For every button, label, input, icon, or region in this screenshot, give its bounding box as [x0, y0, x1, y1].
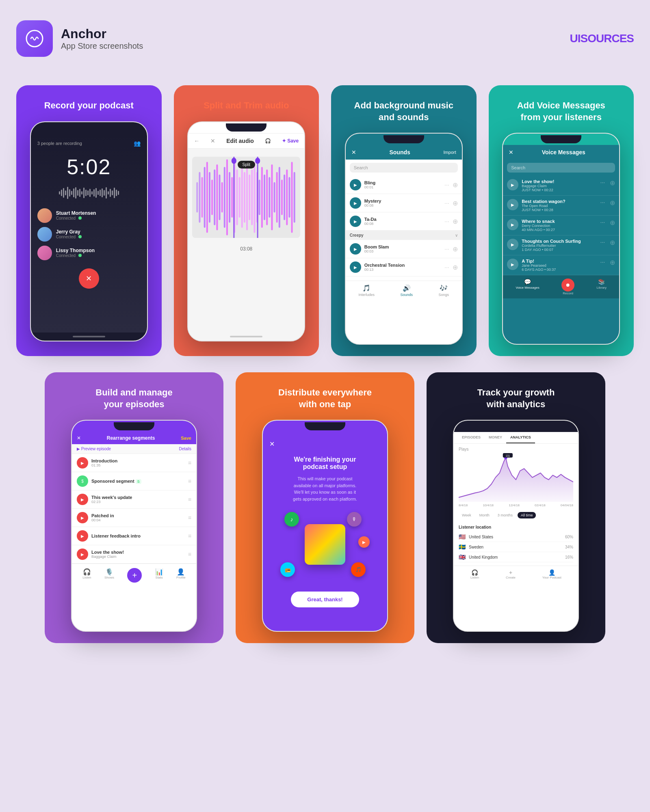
voice-dots-3[interactable]: ···	[600, 219, 605, 225]
p5-save-button[interactable]: Save	[181, 436, 191, 441]
sound-play-boomslam[interactable]: ▶	[350, 243, 361, 255]
voice-play-3[interactable]: ▶	[507, 219, 518, 230]
p7-country-name-uk: United Kingdom	[469, 555, 562, 559]
sound-play-mystery[interactable]: ▶	[350, 197, 361, 209]
svg-rect-32	[274, 182, 275, 212]
ep-dots-patched[interactable]: ≡	[188, 514, 191, 521]
p7-filter-alltime[interactable]: All time	[518, 512, 536, 518]
sound-add-icon-orchestral[interactable]: ⊕	[453, 263, 458, 271]
p6-close-button[interactable]: ✕	[269, 440, 275, 448]
phone-distribute: ✕ We're finishing yourpodcast setup This…	[262, 420, 388, 632]
svg-rect-24	[254, 162, 256, 233]
svg-rect-9	[217, 164, 218, 230]
p5-nav-stats[interactable]: 📊 Stats	[155, 568, 163, 583]
ep-dots-love[interactable]: ≡	[188, 551, 191, 557]
sound-add-orchestral[interactable]: ···	[444, 264, 449, 270]
p4-tab-voice-messages[interactable]: 💬 Voice Messages	[516, 279, 539, 295]
participant-3: Lissy Thompson Connected	[37, 246, 141, 260]
sound-add-boomslam[interactable]: ···	[444, 246, 449, 252]
sound-add-icon-boomslam[interactable]: ⊕	[453, 245, 458, 253]
voice-dots-1[interactable]: ···	[600, 179, 605, 186]
sound-play-tada[interactable]: ▶	[350, 216, 361, 227]
p3-tab-bar: 🎵 Interludes 🔊 Sounds 🎶 Songs	[346, 281, 462, 300]
p7-country-name-us: United States	[469, 535, 562, 539]
voice-dots-2[interactable]: ···	[600, 199, 605, 205]
p5-plus-icon[interactable]: +	[127, 568, 142, 583]
ep-play-love[interactable]: ▶	[77, 549, 88, 560]
ep-dots-intro[interactable]: ≡	[188, 460, 191, 466]
voice-dots-4[interactable]: ···	[600, 239, 605, 245]
p5-close-button[interactable]: ✕	[77, 435, 81, 441]
svg-rect-28	[264, 174, 265, 220]
voice-dots-5[interactable]: ···	[600, 259, 605, 265]
p2-split-button[interactable]: Split	[238, 161, 255, 168]
p7-filter-month[interactable]: Month	[476, 512, 493, 518]
sound-add-icon-bling[interactable]: ⊕	[453, 181, 458, 189]
voice-play-1[interactable]: ▶	[507, 179, 518, 190]
p7-tab-money[interactable]: MONEY	[485, 432, 506, 443]
p5-preview-button[interactable]: ▶ Preview episode	[77, 447, 111, 451]
phone3-content: ✕ Sounds Import Search ▶ Bling 00:01 ···…	[346, 145, 462, 344]
p4-tab-record[interactable]: ⏺ Record	[561, 279, 574, 295]
p7-pct-us: 60%	[565, 535, 573, 539]
svg-rect-33	[276, 172, 278, 222]
p5-nav-profile[interactable]: 👤 Profile	[176, 568, 186, 583]
svg-rect-22	[249, 174, 250, 220]
p4-tab-library[interactable]: 📚 Library	[597, 279, 607, 295]
svg-rect-23	[251, 169, 253, 225]
p5-nav-plus[interactable]: +	[127, 568, 142, 583]
p7-filter-week[interactable]: Week	[459, 512, 474, 518]
ep-play-intro[interactable]: ▶	[77, 457, 88, 469]
p6-thanks-button[interactable]: Great, thanks!	[291, 592, 359, 607]
p3-tab-songs[interactable]: 🎶 Songs	[438, 284, 449, 297]
p7-filter-3months[interactable]: 3 months	[494, 512, 516, 518]
p3-close-button[interactable]: ✕	[351, 149, 356, 155]
participant-2-name: Jerry Gray	[56, 229, 141, 235]
p7-tab-analytics[interactable]: ANALYTICS	[506, 432, 535, 443]
p4-search-input[interactable]: Search	[507, 163, 615, 173]
voice-play-2[interactable]: ▶	[507, 199, 518, 210]
p2-save-button[interactable]: ✦ Save	[282, 138, 299, 144]
p5-details-button[interactable]: Details	[179, 447, 191, 451]
sound-add-bling[interactable]: ···	[444, 181, 449, 188]
p3-tab-sounds[interactable]: 🔊 Sounds	[400, 284, 413, 297]
p3-import-button[interactable]: Import	[444, 150, 456, 155]
ep-play-update[interactable]: ▶	[77, 494, 88, 505]
svg-rect-14	[229, 172, 230, 222]
p7-tab-episodes[interactable]: EPISODES	[458, 432, 485, 443]
phone-edit: ← ✕ Edit audio 🎧 ✦ Save Split	[187, 121, 305, 341]
sound-item-mystery: ▶ Mystery 00:08 ··· ⊕	[346, 194, 462, 212]
sound-play-bling[interactable]: ▶	[350, 179, 361, 190]
p5-nav-shows[interactable]: 🎙️ Shows	[104, 568, 114, 583]
sound-add-icon-tada[interactable]: ⊕	[453, 218, 458, 225]
sound-play-orchestral[interactable]: ▶	[350, 261, 361, 273]
svg-rect-1	[196, 182, 198, 212]
ep-dots-feedback[interactable]: ≡	[188, 533, 191, 539]
voice-play-4[interactable]: ▶	[507, 239, 518, 250]
p4-close-button[interactable]: ✕	[509, 149, 514, 155]
sound-add-icon-mystery[interactable]: ⊕	[453, 199, 458, 207]
ep-play-patched[interactable]: ▶	[77, 512, 88, 523]
p3-search-input[interactable]: Search	[350, 163, 458, 173]
p5-nav-listen[interactable]: 🎧 Listen	[82, 568, 91, 583]
p7-nav-listen[interactable]: 🎧 Listen	[470, 569, 479, 579]
episode-item-intro: ▶ Introduction 01:35 ≡	[72, 454, 196, 472]
p2-x-icon[interactable]: ✕	[210, 138, 215, 144]
ep-dots-update[interactable]: ≡	[188, 496, 191, 503]
voice-play-5[interactable]: ▶	[507, 259, 518, 270]
ep-play-sponsor[interactable]: $	[77, 475, 88, 487]
sound-add-mystery[interactable]: ···	[444, 200, 449, 206]
p4-record-icon[interactable]: ⏺	[561, 279, 574, 292]
svg-rect-34	[279, 167, 280, 228]
ep-play-feedback[interactable]: ▶	[77, 530, 88, 542]
p2-back-icon[interactable]: ←	[194, 138, 199, 144]
phone2-content: ← ✕ Edit audio 🎧 ✦ Save Split	[188, 134, 304, 333]
p7-nav-create[interactable]: + Create	[506, 569, 516, 579]
p7-nav-your-podcast[interactable]: 👤 Your Podcast	[542, 569, 561, 579]
p3-tab-interludes[interactable]: 🎵 Interludes	[358, 284, 375, 297]
sound-add-tada[interactable]: ···	[444, 218, 449, 225]
svg-rect-37	[286, 169, 288, 225]
ep-dots-sponsor[interactable]: ≡	[188, 478, 191, 484]
p1-stop-button[interactable]: ✕	[79, 268, 99, 289]
svg-rect-29	[266, 169, 268, 225]
